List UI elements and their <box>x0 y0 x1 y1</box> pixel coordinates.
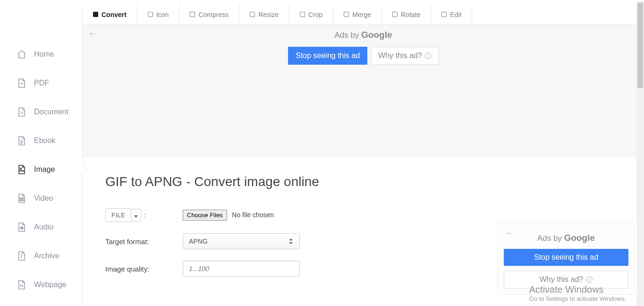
stop-ad-button[interactable]: Stop seeing this ad <box>504 249 628 266</box>
ad-banner: ← Ads by Google Stop seeing this ad Why … <box>83 25 644 157</box>
tab-convert[interactable]: Convert <box>83 4 137 25</box>
file-label-group: FILE: <box>105 208 183 222</box>
checkbox-icon <box>392 12 398 17</box>
sidebar-item-webpage[interactable]: Webpage <box>0 271 82 299</box>
sidebar-item-image[interactable]: Image <box>0 155 82 184</box>
checkbox-icon <box>190 12 195 17</box>
webpage-icon <box>17 280 26 289</box>
page-title: GIF to APNG - Convert image online <box>105 174 621 189</box>
file-source-button[interactable]: FILE <box>105 208 131 222</box>
image-icon <box>17 165 26 174</box>
image-quality-input[interactable] <box>183 261 300 277</box>
tab-label: Rotate <box>401 11 420 18</box>
sidebar-item-label: Home <box>34 50 54 59</box>
sidebar-item-label: Video <box>34 194 53 203</box>
target-format-select[interactable]: APNG <box>183 233 300 249</box>
ads-by-text: Ads by <box>334 31 361 40</box>
info-icon: i <box>586 276 593 283</box>
sidebar-item-label: Archive <box>34 252 59 260</box>
watermark-title: Activate Windows <box>529 284 626 295</box>
colon: : <box>144 211 146 219</box>
tab-crop[interactable]: Crop <box>289 4 333 25</box>
tab-label: Resize <box>258 11 279 18</box>
tab-merge[interactable]: Merge <box>333 4 382 25</box>
why-ad-label: Why this ad? <box>540 275 583 284</box>
ad-buttons: Stop seeing this ad Why this ad?i <box>83 47 644 65</box>
tab-rotate[interactable]: Rotate <box>382 4 431 25</box>
scrollbar-thumb[interactable] <box>637 3 643 88</box>
file-source-dropdown[interactable] <box>131 209 141 221</box>
checkbox-icon <box>441 12 447 17</box>
why-ad-label: Why this ad? <box>378 51 422 60</box>
checkbox-icon <box>250 12 255 17</box>
checkbox-icon <box>344 12 349 17</box>
sidebar-item-label: Audio <box>34 223 53 231</box>
tabs: Convert Icon Compress Resize Crop Merge … <box>83 4 644 25</box>
checkbox-icon <box>300 12 305 17</box>
sidebar-item-label: Ebook <box>34 136 55 145</box>
target-format-label: Target format: <box>105 238 183 246</box>
target-format-value: APNG <box>189 238 208 245</box>
sidebar-item-pdf[interactable]: PDF <box>0 69 82 98</box>
file-row: FILE: Choose Files No file chosen <box>105 208 621 222</box>
ebook-icon <box>17 136 26 145</box>
tab-label: Convert <box>102 11 127 18</box>
sidebar-item-video[interactable]: Video <box>0 184 82 213</box>
side-ad-panel: ← Ads by Google Stop seeing this ad Why … <box>498 222 635 295</box>
audio-icon <box>17 222 26 232</box>
tab-label: Merge <box>352 11 371 18</box>
why-ad-button[interactable]: Why this ad?i <box>371 47 438 65</box>
sidebar-item-label: Document <box>34 108 68 116</box>
tab-compress[interactable]: Compress <box>179 4 239 25</box>
choose-files-button[interactable]: Choose Files <box>183 210 227 221</box>
ads-by-label: Ads by Google <box>83 25 644 40</box>
tab-icon[interactable]: Icon <box>137 4 179 25</box>
sidebar-item-home[interactable]: Home <box>0 40 82 69</box>
tab-label: Edit <box>450 11 461 18</box>
svg-point-1 <box>20 168 22 170</box>
stop-ad-button[interactable]: Stop seeing this ad <box>288 47 367 65</box>
sidebar-item-document[interactable]: W Document <box>0 98 82 127</box>
document-icon: W <box>17 107 26 117</box>
tab-label: Compress <box>198 11 229 18</box>
video-icon <box>17 194 26 203</box>
svg-text:W: W <box>20 111 24 114</box>
info-icon: i <box>425 52 432 59</box>
tab-label: Icon <box>156 11 169 18</box>
sidebar: Home PDF W Document Ebook Image Video Au… <box>0 4 83 306</box>
checkbox-icon <box>93 12 98 17</box>
archive-icon <box>17 251 26 261</box>
checkbox-icon <box>148 12 153 17</box>
tab-edit[interactable]: Edit <box>431 4 472 25</box>
back-arrow-icon[interactable]: ← <box>506 229 513 238</box>
image-quality-label: Image quality: <box>105 265 183 273</box>
sidebar-item-archive[interactable]: Archive <box>0 242 82 271</box>
home-icon <box>17 50 26 59</box>
sidebar-item-label: Image <box>34 165 55 174</box>
sidebar-item-audio[interactable]: Audio <box>0 213 82 242</box>
google-logo-text: Google <box>564 233 595 243</box>
windows-watermark: Activate Windows Go to Settings to activ… <box>529 284 626 302</box>
tab-label: Crop <box>308 11 322 18</box>
ads-by-text: Ads by <box>537 234 564 243</box>
file-input-group: Choose Files No file chosen <box>183 210 274 221</box>
sidebar-item-ebook[interactable]: Ebook <box>0 127 82 155</box>
sidebar-item-label: Webpage <box>34 280 66 289</box>
watermark-subtitle: Go to Settings to activate Windows. <box>529 295 626 302</box>
back-arrow-icon[interactable]: ← <box>88 29 97 39</box>
tab-resize[interactable]: Resize <box>239 4 289 25</box>
sidebar-item-label: PDF <box>34 79 49 87</box>
scrollbar-track[interactable]: ▴ <box>636 1 644 306</box>
pdf-icon <box>17 78 26 88</box>
google-logo-text: Google <box>361 30 392 40</box>
ads-by-label: Ads by Google <box>504 228 628 243</box>
no-file-text: No file chosen <box>232 211 274 219</box>
